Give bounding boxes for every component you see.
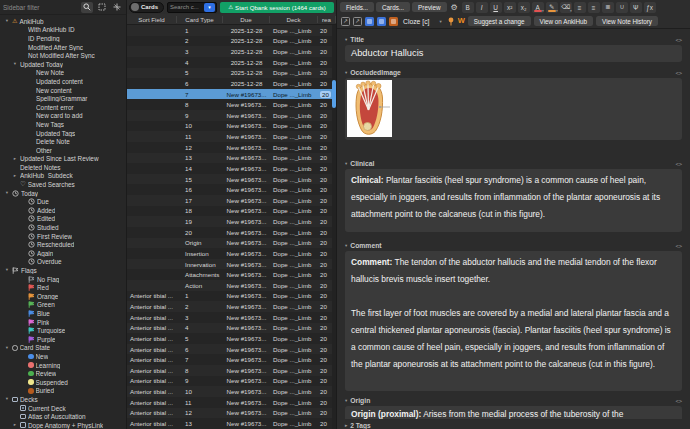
gear-icon[interactable]: ⚙	[449, 3, 460, 12]
remove-format-icon[interactable]: ⌫▾	[560, 2, 572, 13]
sidebar-item-ankihub[interactable]: ▾⚠AnkiHub	[0, 17, 126, 26]
sidebar-item-overdue[interactable]: Overdue	[0, 258, 126, 267]
sidebar-item-saved-searches[interactable]: ♡Saved Searches	[0, 180, 126, 189]
sidebar-item-turquoise[interactable]: Turquoise	[0, 326, 126, 335]
occluded-image-thumbnail[interactable]	[347, 80, 392, 137]
field-header-clinical[interactable]: ▾Clinical<>	[345, 158, 682, 169]
html-editor-icon[interactable]: <>	[675, 243, 682, 249]
cards-notes-toggle[interactable]: Cards	[129, 2, 164, 13]
table-row[interactable]: Anterior tibial ...7New #19673...Dope ..…	[127, 354, 336, 365]
mask-tool-icon[interactable]	[365, 17, 374, 26]
sidebar-item-spelling-grammar[interactable]: Spelling/Grammar	[0, 94, 126, 103]
sidebar-filter-input[interactable]: Sidebar filter	[3, 4, 78, 11]
field-input-origin[interactable]: Origin (proximal): Arises from the media…	[345, 406, 682, 419]
table-row[interactable]: 9New #19673...Dope ..._Limb20	[127, 110, 336, 121]
table-row[interactable]: 22025-12-28Dope ..._Limb20	[127, 36, 336, 47]
sidebar-item-orange[interactable]: Orange	[0, 292, 126, 301]
sidebar-item-new-card-to-add[interactable]: New card to add	[0, 112, 126, 121]
table-row[interactable]: Anterior tibial ...12New #19673...Dope .…	[127, 408, 336, 419]
sidebar-item-card-state[interactable]: ▾Card State	[0, 344, 126, 353]
expander-icon[interactable]: ▾	[4, 397, 10, 402]
sidebar-item-with-ankihub-id[interactable]: With AnkiHub ID	[0, 26, 126, 35]
ordered-list-icon[interactable]: ≡	[588, 2, 600, 13]
column-header-deck[interactable]: Deck	[270, 16, 318, 23]
table-row[interactable]: 19New #19673...Dope ..._Limb20	[127, 216, 336, 227]
table-row[interactable]: 11New #19673...Dope ..._Limb20	[127, 131, 336, 142]
sidebar-item-new[interactable]: New	[0, 352, 126, 361]
image-tool-icon[interactable]	[377, 17, 386, 26]
function-icon[interactable]: ƒx	[644, 2, 656, 13]
table-row[interactable]: Anterior tibial ...2New #19673...Dope ..…	[127, 301, 336, 312]
sidebar-item-decks[interactable]: ▾Decks	[0, 395, 126, 404]
table-row[interactable]: 42025-12-28Dope ..._Limb20	[127, 57, 336, 68]
mic-icon[interactable]: Ψ	[630, 2, 642, 13]
table-row[interactable]: 32025-12-28Dope ..._Limb20	[127, 46, 336, 57]
tags-expander-icon[interactable]: ▸	[345, 423, 347, 428]
sidebar-item-atlas-of-auscultation[interactable]: Atlas of Auscultation	[0, 412, 126, 421]
table-row[interactable]: ActionNew #19673...Dope ..._Limb20	[127, 280, 336, 291]
unordered-list-icon[interactable]: ≡	[574, 2, 586, 13]
collapse-icon[interactable]: ▾	[345, 398, 347, 403]
field-input-comment[interactable]: Comment: The tendon of the abductor hall…	[345, 251, 682, 391]
table-scrollbar[interactable]	[332, 25, 336, 429]
sidebar-item-learning[interactable]: Learning	[0, 361, 126, 370]
column-header-sort-field[interactable]: Sort Field	[127, 16, 177, 23]
start-qbank-button[interactable]: ⚠ Start Qbank session (1464 cards)	[220, 2, 334, 13]
bold-icon[interactable]: B	[462, 2, 474, 13]
pin-icon[interactable]	[447, 17, 455, 26]
expander-icon[interactable]: ▾	[4, 268, 10, 273]
sidebar-item-not-modified-after-sync[interactable]: Not Modified After Sync	[0, 51, 126, 60]
html-editor-icon[interactable]: <>	[675, 161, 682, 167]
attachment-icon[interactable]: ⊃	[616, 2, 628, 13]
sidebar-item-first-review[interactable]: First Review	[0, 232, 126, 241]
sidebar-item-green[interactable]: Green	[0, 301, 126, 310]
table-row[interactable]: 52025-12-28Dope ..._Limb20	[127, 68, 336, 79]
view-on-ankihub-button[interactable]: View on AnkiHub	[534, 16, 594, 26]
expander-icon[interactable]: ▸	[12, 423, 18, 428]
occlusion-expand-icon[interactable]: ↗	[353, 17, 362, 26]
html-editor-icon[interactable]: <>	[675, 70, 682, 76]
table-row[interactable]: 7New #19673...Dope ..._Limb20	[127, 89, 336, 100]
highlight-icon[interactable]: ✎▾	[546, 2, 558, 13]
search-history-dropdown-icon[interactable]: ▾	[204, 3, 215, 12]
table-row[interactable]: Anterior tibial ...10New #19673...Dope .…	[127, 386, 336, 397]
cards-button[interactable]: Cards...	[376, 2, 410, 12]
sidebar-item-added[interactable]: Added	[0, 206, 126, 215]
table-row[interactable]: InnervationNew #19673...Dope ..._Limb20	[127, 259, 336, 270]
expander-icon[interactable]: ▾	[12, 62, 18, 67]
table-row[interactable]: Anterior tibial ...1New #19673...Dope ..…	[127, 291, 336, 302]
expander-icon[interactable]: ▸	[12, 174, 18, 179]
column-header-card-type[interactable]: Card Type	[177, 16, 223, 23]
collapse-icon[interactable]: ▾	[345, 243, 347, 248]
italic-icon[interactable]: I	[476, 2, 488, 13]
tags-row[interactable]: ▸ 2 Tags	[345, 422, 682, 429]
table-row[interactable]: 17New #19673...Dope ..._Limb20	[127, 195, 336, 206]
html-editor-icon[interactable]: <>	[675, 398, 682, 404]
field-header-comment[interactable]: ▾Comment<>	[345, 240, 682, 251]
sidebar-item-today[interactable]: ▾Today	[0, 189, 126, 198]
sidebar-item-content-error[interactable]: Content error	[0, 103, 126, 112]
field-input-occludedimage[interactable]	[345, 78, 682, 140]
table-row[interactable]: Anterior tibial ...13New #19673...Dope .…	[127, 418, 336, 429]
expander-icon[interactable]: ▾	[4, 191, 10, 196]
table-row[interactable]: 20New #19673...Dope ..._Limb20	[127, 227, 336, 238]
html-editor-icon[interactable]: <>	[675, 37, 682, 43]
sidebar-item-updated-tags[interactable]: Updated Tags	[0, 129, 126, 138]
sidebar-item-studied[interactable]: Studied	[0, 223, 126, 232]
preview-button[interactable]: Preview	[412, 2, 446, 12]
sidebar-item-modified-after-sync[interactable]: Modified After Sync	[0, 43, 126, 52]
table-row[interactable]: Anterior tibial ...3New #19673...Dope ..…	[127, 312, 336, 323]
table-header[interactable]: Sort FieldCard TypeDueDeckrea	[127, 14, 336, 25]
sidebar-item-suspended[interactable]: Suspended	[0, 378, 126, 387]
table-scrollbar-thumb[interactable]	[332, 80, 336, 108]
table-row[interactable]: 14New #19673...Dope ..._Limb20	[127, 163, 336, 174]
underline-icon[interactable]: U	[490, 2, 502, 13]
fields-button[interactable]: Fields...	[340, 2, 374, 12]
occlusion-reset-icon[interactable]: ↗	[341, 17, 350, 26]
field-input-title[interactable]: Abductor Hallucis	[345, 45, 682, 62]
sidebar-item-red[interactable]: Red	[0, 283, 126, 292]
sidebar-item-dope-anatomy-physlink[interactable]: ▸Dope Anatomy + PhysLink	[0, 421, 126, 429]
table-row[interactable]: OriginNew #19673...Dope ..._Limb20	[127, 238, 336, 249]
collapse-icon[interactable]: ▾	[345, 70, 347, 75]
sidebar-item-updated-today[interactable]: ▾Updated Today	[0, 60, 126, 69]
